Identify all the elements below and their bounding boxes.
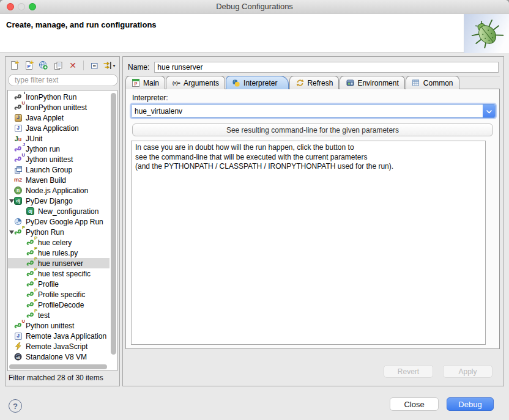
refresh-tab-icon bbox=[295, 79, 304, 87]
delete-icon: ✕ bbox=[69, 61, 76, 70]
python-run-icon: P bbox=[13, 227, 23, 237]
interpreter-label: Interpreter: bbox=[132, 94, 168, 102]
remote-js-icon bbox=[13, 342, 23, 351]
tree-item-profile[interactable]: PProfile bbox=[8, 279, 110, 289]
toolbar-delete-button[interactable]: ✕ bbox=[67, 59, 79, 72]
tree-item-label: Java Application bbox=[26, 124, 79, 133]
tree-horizontal-scrollbar[interactable] bbox=[9, 364, 107, 369]
debug-configurations-window: Debug Configurations Create, manage, and… bbox=[0, 0, 509, 420]
tree-item-hue-test-specific[interactable]: Phue test specific bbox=[8, 268, 110, 279]
tree-item-hue-rules-py[interactable]: Phue rules.py bbox=[8, 248, 110, 258]
debug-button[interactable]: Debug bbox=[447, 397, 494, 411]
main-tab-icon: p bbox=[132, 79, 140, 87]
tree-item-hue-runserver[interactable]: Phue runserver bbox=[8, 258, 110, 268]
chevron-down-icon bbox=[486, 106, 492, 116]
tree-item-label: Jython unittest bbox=[26, 155, 73, 164]
python-run-icon: P bbox=[26, 269, 35, 278]
duplicate-icon bbox=[54, 61, 63, 70]
tree-item-label: Profile bbox=[38, 280, 59, 289]
interpreter-combo-dropdown-button[interactable] bbox=[483, 105, 495, 117]
debug-bug-icon bbox=[470, 17, 504, 51]
tree-item-java-applet[interactable]: JJava Applet bbox=[8, 112, 110, 123]
tab-label: Arguments bbox=[184, 79, 219, 87]
new-config-icon: + bbox=[10, 61, 19, 70]
tab-interpreter[interactable]: Interpreter bbox=[226, 76, 289, 89]
tab-label: Common bbox=[423, 79, 453, 87]
tab-arguments[interactable]: (x)=Arguments bbox=[166, 76, 225, 89]
tab-environment[interactable]: Environment bbox=[340, 76, 404, 89]
toolbar-export-configs-button[interactable] bbox=[37, 59, 50, 72]
export-configs-icon bbox=[39, 61, 48, 70]
tree-item-remote-java-application[interactable]: JRemote Java Application bbox=[8, 331, 110, 341]
maven-icon: m2 bbox=[13, 175, 23, 185]
python-run-icon: P bbox=[26, 290, 35, 299]
tree-item-label: Python unittest bbox=[26, 322, 74, 330]
name-input[interactable] bbox=[154, 62, 499, 73]
python-unittest-icon: U bbox=[13, 321, 23, 330]
python-run-icon: P bbox=[26, 238, 35, 247]
toolbar-separator bbox=[83, 61, 84, 70]
window-title: Debug Configurations bbox=[0, 2, 509, 11]
tree-item-launch-group[interactable]: Launch Group bbox=[8, 164, 110, 175]
toolbar-new-prototype-button[interactable]: P+ bbox=[23, 59, 35, 72]
tree-item-new-configuration[interactable]: djNew_configuration bbox=[8, 206, 110, 216]
toolbar-new-config-button[interactable]: + bbox=[8, 59, 20, 72]
remote-java-icon: J bbox=[13, 331, 23, 341]
python-run-icon: P bbox=[26, 300, 35, 309]
revert-apply-row: Revert Apply bbox=[384, 365, 492, 378]
tree-item-profiledecode[interactable]: PProfileDecode bbox=[8, 300, 110, 310]
tree-item-remote-javascript[interactable]: Remote JavaScript bbox=[8, 341, 110, 352]
tree-item-python-unittest[interactable]: UPython unittest bbox=[8, 320, 110, 331]
close-button[interactable]: Close bbox=[390, 397, 439, 411]
ironpython-run-icon: I bbox=[13, 92, 23, 101]
tab-bar: pMain(x)=ArgumentsInterpreterRefreshEnvi… bbox=[125, 75, 500, 89]
header-banner: Create, manage, and run configurations bbox=[0, 14, 509, 53]
tree-item-label: Python Run bbox=[26, 228, 64, 237]
java-application-icon: J bbox=[13, 123, 23, 133]
filter-configs-icon bbox=[103, 61, 113, 70]
toolbar-filter-configs-button[interactable]: ▾ bbox=[103, 59, 115, 72]
tree-item-label: Profile specific bbox=[38, 290, 85, 299]
java-applet-icon: J bbox=[13, 113, 23, 122]
common-tab-icon bbox=[412, 79, 420, 87]
python-run-icon: P bbox=[26, 311, 35, 320]
tree-item-node-js-application[interactable]: nNode.js Application bbox=[8, 185, 110, 196]
revert-button[interactable]: Revert bbox=[384, 365, 433, 378]
interpreter-combo-input[interactable] bbox=[132, 105, 483, 117]
python-run-icon: P bbox=[26, 248, 35, 257]
see-command-line-button[interactable]: See resulting command-line for the given… bbox=[132, 123, 493, 136]
tab-main[interactable]: pMain bbox=[125, 76, 165, 89]
tree-item-hue-celery[interactable]: Phue celery bbox=[8, 237, 110, 248]
launch-config-sidebar: +P+✕▾ IIronPython RunUIronPython unittes… bbox=[5, 56, 120, 386]
new-prototype-icon: P+ bbox=[24, 61, 34, 70]
tree-item-pydev-django[interactable]: djPyDev Django bbox=[8, 196, 110, 206]
pydev-gae-icon bbox=[13, 217, 23, 226]
python-run-icon: P bbox=[26, 279, 35, 289]
tree-item-label: Remote JavaScript bbox=[26, 342, 87, 351]
tree-item-ironpython-unittest[interactable]: UIronPython unittest bbox=[8, 102, 110, 112]
filter-input[interactable] bbox=[8, 74, 118, 86]
toolbar-collapse-all-button[interactable] bbox=[88, 59, 100, 72]
tree-item-label: hue test specific bbox=[38, 270, 91, 278]
interpreter-tab-icon bbox=[232, 79, 240, 87]
python-run-icon: P bbox=[26, 259, 35, 268]
tab-common[interactable]: Common bbox=[406, 76, 459, 89]
tree-item-python-run[interactable]: PPython Run bbox=[8, 227, 110, 237]
tree-item-label: hue rules.py bbox=[38, 249, 78, 257]
config-toolbar: +P+✕▾ bbox=[8, 59, 115, 72]
help-button[interactable]: ? bbox=[9, 399, 22, 413]
tree-item-label: ProfileDecode bbox=[38, 301, 84, 309]
tree-item-profile-specific[interactable]: PProfile specific bbox=[8, 289, 110, 300]
apply-button[interactable]: Apply bbox=[443, 365, 492, 378]
tree-item-maven-build[interactable]: m2Maven Build bbox=[8, 175, 110, 185]
tree-vertical-scrollbar[interactable] bbox=[111, 93, 116, 355]
tab-label: Refresh bbox=[307, 79, 333, 87]
environment-tab-icon bbox=[346, 79, 354, 87]
tree-item-java-application[interactable]: JJava Application bbox=[8, 123, 110, 133]
tree-item-standalone-v8-vm[interactable]: v8Standalone V8 VM bbox=[8, 352, 110, 362]
tree-item-jython-unittest[interactable]: UJython unittest bbox=[8, 154, 110, 164]
launch-group-icon bbox=[13, 165, 23, 174]
tab-refresh[interactable]: Refresh bbox=[289, 76, 339, 89]
toolbar-duplicate-button[interactable] bbox=[52, 59, 64, 72]
tree-item-label: hue runserver bbox=[38, 259, 83, 268]
